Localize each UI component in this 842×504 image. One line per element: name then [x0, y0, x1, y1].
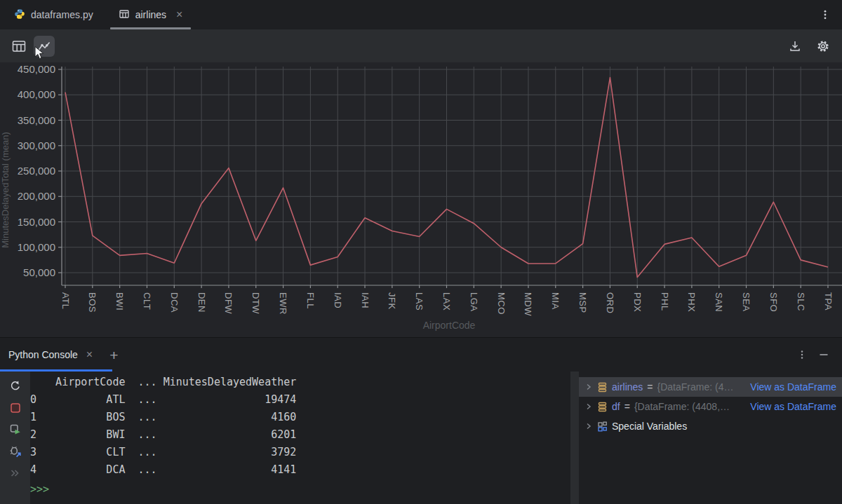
scroll-to-end-button[interactable] — [9, 467, 22, 479]
svg-text:ORD: ORD — [605, 292, 615, 313]
variables-panel: airlines = {DataFrame: (4… View as DataF… — [579, 372, 842, 504]
attach-debugger-button[interactable] — [9, 445, 22, 458]
svg-text:SFO: SFO — [768, 292, 779, 312]
chevron-right-icon[interactable] — [584, 422, 593, 430]
svg-text:DEN: DEN — [196, 292, 207, 313]
variable-name: df — [612, 401, 620, 412]
console-output[interactable]: AirportCode ... MinutesDelayedWeather 0 … — [30, 372, 570, 504]
execute-icon — [9, 423, 22, 436]
svg-text:BOS: BOS — [87, 292, 98, 313]
svg-text:LAX: LAX — [441, 292, 452, 311]
python-icon — [14, 8, 25, 22]
tab-label: airlines — [135, 9, 166, 20]
variable-row-special-variables[interactable]: Special Variables — [579, 416, 842, 436]
svg-text:MDW: MDW — [523, 292, 533, 316]
svg-text:AirportCode: AirportCode — [423, 320, 476, 331]
view-as-dataframe-link[interactable]: View as DataFrame — [750, 381, 836, 393]
python-console-panel: Python Console × + — [0, 337, 842, 504]
tab-dataframes-py[interactable]: dataframes.py — [6, 0, 102, 29]
table-icon — [119, 8, 130, 22]
console-options-kebab-icon[interactable] — [797, 349, 807, 360]
equals-sign: = — [647, 381, 653, 393]
svg-text:LAS: LAS — [414, 292, 425, 311]
variable-row-df[interactable]: df = {DataFrame: (4408,… View as DataFra… — [579, 397, 842, 416]
table-grid-icon — [11, 39, 27, 54]
table-view-button[interactable] — [8, 36, 29, 57]
tab-label: dataframes.py — [31, 9, 93, 20]
variable-value: {DataFrame: (4… — [657, 381, 747, 393]
svg-text:IAD: IAD — [333, 292, 343, 308]
svg-text:EWR: EWR — [278, 292, 288, 315]
kebab-icon — [820, 9, 831, 20]
editor-tab-bar: dataframes.py airlines × — [0, 0, 842, 29]
svg-text:SAN: SAN — [714, 292, 724, 312]
export-button[interactable] — [784, 36, 806, 57]
editor-menu-button[interactable] — [808, 0, 842, 29]
svg-text:SLC: SLC — [796, 292, 806, 311]
svg-text:300,000: 300,000 — [18, 139, 55, 151]
view-as-dataframe-link[interactable]: View as DataFrame — [750, 401, 836, 412]
chart-toolbar-right — [784, 36, 834, 57]
stop-button[interactable] — [9, 402, 22, 414]
special-variables-icon — [597, 421, 608, 432]
dataframe-icon — [597, 382, 608, 393]
svg-text:MSP: MSP — [577, 292, 588, 313]
chevron-right-icon[interactable] — [584, 402, 593, 411]
svg-text:450,000: 450,000 — [18, 63, 55, 75]
minimize-icon[interactable] — [818, 349, 829, 360]
settings-button[interactable] — [813, 36, 834, 57]
chevron-right-icon[interactable] — [584, 383, 593, 391]
console-prompt[interactable]: >>> — [30, 479, 570, 498]
tab-python-console[interactable]: Python Console × — [0, 338, 101, 372]
svg-text:150,000: 150,000 — [18, 216, 55, 228]
restart-icon — [9, 380, 22, 393]
svg-text:JFK: JFK — [387, 292, 397, 310]
svg-text:MCO: MCO — [496, 292, 507, 315]
stop-icon — [9, 402, 22, 414]
variable-name: airlines — [612, 381, 643, 393]
svg-text:PHL: PHL — [660, 292, 670, 311]
close-icon[interactable]: × — [176, 9, 182, 20]
console-tab-label: Python Console — [8, 349, 78, 360]
console-action-gutter — [0, 372, 30, 504]
svg-text:CLT: CLT — [142, 292, 152, 310]
dataframe-preview-text: AirportCode ... MinutesDelayedWeather 0 … — [30, 372, 570, 479]
chart-toolbar — [0, 29, 842, 62]
execute-in-console-button[interactable] — [9, 423, 22, 436]
svg-text:400,000: 400,000 — [18, 88, 55, 100]
svg-text:PDX: PDX — [632, 292, 643, 312]
console-active-tab-underline — [0, 369, 112, 372]
equals-sign: = — [624, 401, 630, 412]
airport-delay-line-chart: 50,000100,000150,000200,000250,000300,00… — [0, 62, 842, 337]
svg-text:200,000: 200,000 — [18, 190, 55, 202]
svg-text:MIA: MIA — [550, 292, 561, 310]
svg-text:DFW: DFW — [223, 292, 234, 314]
console-body: AirportCode ... MinutesDelayedWeather 0 … — [0, 372, 842, 504]
svg-text:ATL: ATL — [60, 292, 71, 309]
variable-row-airlines[interactable]: airlines = {DataFrame: (4… View as DataF… — [579, 377, 842, 397]
console-header-actions — [797, 349, 842, 360]
svg-text:100,000: 100,000 — [18, 241, 55, 253]
variable-value: {DataFrame: (4408,… — [634, 401, 746, 412]
svg-text:TPA: TPA — [823, 292, 834, 311]
svg-text:DTW: DTW — [250, 292, 261, 314]
svg-text:DCA: DCA — [169, 292, 180, 313]
console-header: Python Console × + — [0, 338, 842, 372]
special-variables-label: Special Variables — [612, 421, 687, 432]
rerun-console-button[interactable] — [9, 380, 22, 393]
debug-bug-icon — [9, 445, 22, 458]
svg-text:IAH: IAH — [360, 292, 370, 308]
mouse-cursor — [34, 46, 47, 63]
svg-text:FLL: FLL — [305, 292, 316, 309]
svg-text:LGA: LGA — [469, 292, 479, 312]
svg-text:50,000: 50,000 — [23, 266, 55, 278]
console-variables-splitter[interactable] — [570, 372, 579, 504]
gear-icon — [816, 39, 830, 53]
download-icon — [788, 39, 802, 53]
new-console-button[interactable]: + — [101, 348, 126, 362]
dataframe-icon — [597, 402, 608, 412]
close-icon[interactable]: × — [86, 349, 93, 360]
svg-text:250,000: 250,000 — [18, 165, 55, 177]
svg-text:MinutesDelayedTotal (mean): MinutesDelayedTotal (mean) — [0, 132, 11, 247]
tab-airlines[interactable]: airlines × — [110, 0, 192, 29]
